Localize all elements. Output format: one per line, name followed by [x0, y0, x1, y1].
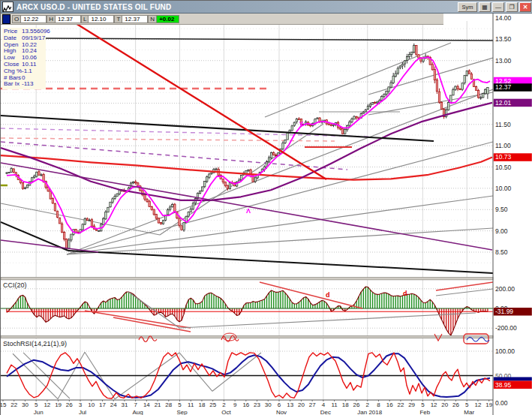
svg-text:25: 25 [209, 401, 216, 408]
svg-text:16: 16 [386, 401, 393, 408]
svg-text:-31.99: -31.99 [495, 308, 513, 315]
high-label: H [47, 15, 56, 23]
svg-text:16: 16 [242, 401, 249, 408]
info-row: Bar Ix-113 [4, 81, 45, 88]
restore-button[interactable]: ❐ [506, 2, 518, 12]
svg-text:Mar: Mar [464, 409, 474, 415]
svg-text:Nov: Nov [276, 409, 287, 415]
svg-text:20: 20 [441, 401, 448, 408]
svg-text:3: 3 [79, 401, 83, 408]
svg-text:30: 30 [265, 401, 272, 408]
svg-text:12: 12 [431, 401, 437, 408]
svg-text:12: 12 [475, 401, 482, 408]
svg-text:24: 24 [110, 401, 117, 408]
svg-text:11: 11 [331, 401, 338, 408]
svg-text:10.00: 10.00 [495, 185, 512, 192]
svg-text:13.50: 13.50 [495, 35, 512, 43]
svg-text:StochRSI(14,21(1),9): StochRSI(14,21(1),9) [3, 340, 67, 347]
svg-text:11.50: 11.50 [495, 121, 511, 128]
svg-text:Oct: Oct [221, 409, 231, 415]
svg-text:2: 2 [366, 401, 370, 408]
high-value: 12.37 [56, 15, 81, 23]
svg-text:30: 30 [22, 401, 29, 408]
svg-text:5: 5 [465, 401, 469, 408]
svg-text:200.00: 200.00 [495, 285, 515, 293]
svg-text:29: 29 [408, 401, 415, 408]
chart-style-button[interactable]: ▦ [479, 2, 491, 12]
svg-text:0.00: 0.00 [495, 399, 508, 407]
svg-text:9.00: 9.00 [495, 227, 508, 235]
cursor-info-panel: Price13.556096Date09/19/17Open10.22High1… [2, 28, 46, 89]
svg-text:11.00: 11.00 [495, 142, 511, 149]
svg-text:CCI(20): CCI(20) [3, 281, 27, 289]
svg-text:100.00: 100.00 [495, 347, 515, 355]
open-value: 12.22 [21, 15, 47, 23]
svg-text:26: 26 [452, 401, 459, 408]
titlebar[interactable]: ARCX USO.D - UNITED STATES OIL FUND Sym … [1, 1, 532, 14]
svg-text:9: 9 [233, 401, 237, 408]
svg-text:5: 5 [178, 401, 182, 408]
svg-text:17: 17 [99, 401, 106, 408]
svg-text:18: 18 [199, 401, 206, 408]
svg-text:5: 5 [35, 401, 38, 408]
svg-text:12: 12 [44, 401, 50, 408]
last-value: 12.37 [122, 15, 148, 23]
svg-text:22: 22 [397, 401, 404, 408]
svg-text:Λ: Λ [246, 207, 251, 215]
svg-text:15: 15 [1, 401, 7, 408]
close-button[interactable]: ✕ [519, 2, 531, 12]
svg-text:28: 28 [165, 401, 172, 408]
svg-text:20: 20 [298, 401, 305, 408]
svg-text:7: 7 [134, 401, 137, 408]
interval-indicator[interactable] [2, 14, 11, 24]
svg-text:10.73: 10.73 [495, 153, 512, 161]
low-value: 12.10 [89, 15, 114, 23]
svg-text:38.95: 38.95 [495, 381, 512, 389]
svg-text:5: 5 [421, 401, 425, 408]
svg-text:14.00: 14.00 [495, 14, 512, 22]
svg-text:22: 22 [11, 401, 17, 408]
info-label: Bar Ix [4, 81, 22, 88]
svg-text:19: 19 [485, 401, 492, 408]
svg-text:10.50: 10.50 [495, 164, 512, 171]
window-title: ARCX USO.D - UNITED STATES OIL FUND [17, 3, 456, 11]
svg-text:8: 8 [377, 401, 380, 408]
chart-window: vΛ ddCCI(20) StochRSI(14,21(1),9) 14.001… [0, 0, 532, 415]
svg-text:-200.00: -200.00 [495, 324, 517, 332]
svg-text:v: v [299, 119, 303, 127]
svg-text:Jan 2018: Jan 2018 [357, 409, 382, 415]
svg-text:26: 26 [66, 401, 73, 408]
net-label: N [148, 15, 157, 23]
svg-text:11: 11 [188, 401, 194, 408]
svg-text:Jul: Jul [79, 409, 86, 415]
svg-text:10: 10 [88, 401, 95, 408]
svg-text:14: 14 [143, 401, 150, 408]
svg-text:Aug: Aug [133, 409, 143, 415]
svg-text:31: 31 [121, 401, 128, 408]
svg-text:26: 26 [353, 401, 360, 408]
svg-text:4: 4 [322, 401, 326, 408]
svg-text:18: 18 [342, 401, 349, 408]
svg-text:d: d [326, 291, 330, 299]
chart-grid [1, 14, 532, 415]
last-label: T [114, 15, 122, 23]
svg-text:Sep: Sep [176, 409, 188, 415]
quote-bar: O 12.22 H 12.37 L 12.10 T 12.37 N +0.02 [1, 14, 443, 25]
net-change-value: +0.02 [157, 15, 179, 23]
svg-text:13: 13 [287, 401, 293, 408]
svg-text:Feb: Feb [419, 409, 430, 415]
low-label: L [81, 15, 89, 23]
svg-text:23: 23 [254, 401, 260, 408]
svg-text:12.01: 12.01 [495, 99, 512, 107]
minimize-button[interactable]: — [492, 2, 504, 12]
info-value: -1.1 [22, 68, 45, 75]
info-value: -113 [22, 81, 45, 88]
svg-text:Dec: Dec [320, 409, 331, 415]
svg-text:8.50: 8.50 [495, 248, 508, 256]
svg-text:2: 2 [222, 401, 226, 408]
chart-canvas[interactable]: vΛ ddCCI(20) StochRSI(14,21(1),9) 14.001… [1, 1, 532, 415]
svg-text:9.50: 9.50 [495, 206, 508, 213]
svg-text:21: 21 [155, 401, 161, 408]
app-icon [2, 2, 14, 12]
sym-button[interactable]: Sym [458, 2, 477, 12]
